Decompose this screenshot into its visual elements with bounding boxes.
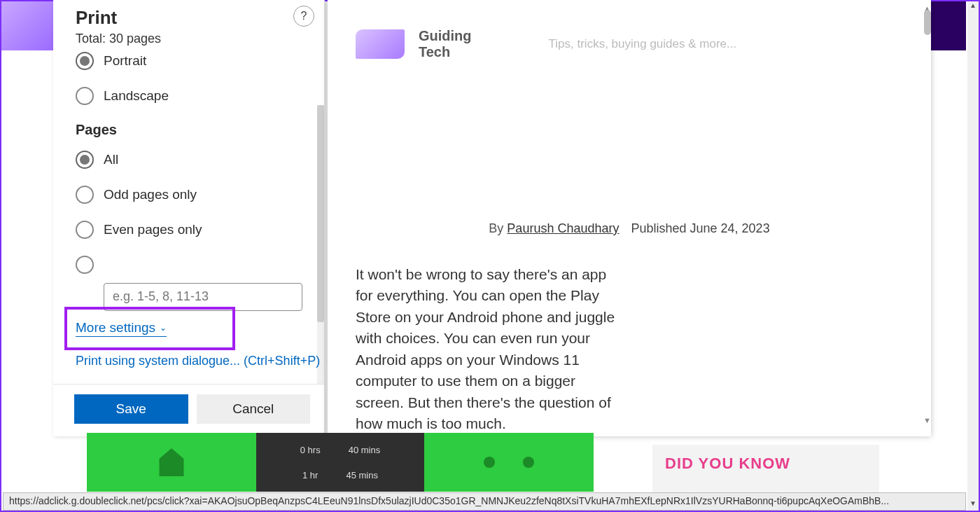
pages-odd-label: Odd pages only [104, 187, 197, 202]
print-preview: Guiding Tech Tips, tricks, buying guides… [328, 0, 931, 436]
background-image-banner: 0 hrs 40 mins 1 hr 45 mins [87, 433, 594, 492]
pages-even-option[interactable]: Even pages only [76, 221, 310, 239]
orientation-portrait-option[interactable]: Portrait [76, 52, 310, 70]
question-icon: ? [301, 10, 307, 22]
time-cell: 1 hr [302, 470, 318, 480]
published-date: Published June 24, 2023 [631, 221, 769, 235]
more-settings-link[interactable]: More settings ⌄ [76, 320, 167, 337]
options-scrollbar[interactable] [317, 105, 324, 384]
radio-unselected-icon [76, 186, 94, 204]
print-total-pages: Total: 30 pages [76, 32, 310, 46]
time-cell: 0 hrs [300, 445, 321, 455]
site-name: Guiding Tech [419, 28, 472, 60]
save-button[interactable]: Save [74, 394, 188, 424]
print-button-row: Save Cancel [53, 384, 324, 436]
site-name-line1: Guiding [419, 28, 472, 44]
window-scrollbar[interactable]: ▲ ▼ [967, 1, 979, 511]
page-header-gradient [1, 1, 54, 50]
radio-unselected-icon [76, 256, 94, 274]
pages-all-label: All [104, 152, 118, 167]
radio-unselected-icon [76, 221, 94, 239]
preview-site-header: Guiding Tech Tips, tricks, buying guides… [328, 0, 931, 60]
help-button[interactable]: ? [293, 6, 314, 27]
preview-scrollbar[interactable]: ▲ ▼ [924, 10, 931, 424]
by-label: By [489, 221, 507, 235]
pages-all-option[interactable]: All [76, 151, 310, 169]
site-name-line2: Tech [419, 44, 472, 60]
article-byline: By Paurush Chaudhary Published June 24, … [328, 221, 931, 236]
print-title: Print [76, 7, 310, 29]
print-header: Print Total: 30 pages ? [53, 0, 324, 49]
scroll-up-icon[interactable]: ▲ [967, 1, 979, 13]
did-you-know-title: DID YOU KNOW [665, 455, 867, 473]
time-cell: 40 mins [349, 445, 381, 455]
cancel-button[interactable]: Cancel [197, 394, 311, 424]
radio-selected-icon [80, 155, 90, 165]
radio-selected-icon [80, 56, 90, 66]
pages-custom-option[interactable] [76, 256, 310, 274]
scroll-down-icon[interactable]: ▼ [923, 416, 931, 424]
radio-unselected-icon [76, 87, 94, 105]
home-icon [154, 445, 189, 480]
scrollbar-thumb[interactable] [317, 105, 324, 322]
orientation-landscape-option[interactable]: Landscape [76, 87, 310, 105]
article-body: It won't be wrong to say there's an app … [328, 236, 622, 435]
scrollbar-thumb[interactable] [924, 10, 931, 35]
pages-odd-option[interactable]: Odd pages only [76, 186, 310, 204]
portrait-label: Portrait [104, 53, 146, 69]
author-link[interactable]: Paurush Chaudhary [507, 221, 619, 235]
site-logo-icon [356, 29, 405, 59]
print-dialog: Print Total: 30 pages ? Portrait Landsca… [53, 0, 325, 436]
browser-status-bar: https://adclick.g.doubleclick.net/pcs/cl… [3, 492, 966, 511]
android-icon [484, 457, 534, 468]
did-you-know-widget: DID YOU KNOW [652, 445, 879, 492]
pages-even-label: Even pages only [104, 222, 202, 237]
time-cell: 45 mins [346, 470, 378, 480]
chevron-down-icon: ⌄ [160, 323, 167, 333]
pages-section-header: Pages [76, 122, 310, 138]
landscape-label: Landscape [104, 88, 169, 104]
system-dialog-link[interactable]: Print using system dialogue... (Ctrl+Shi… [76, 354, 320, 368]
site-tagline: Tips, tricks, buying guides & more... [549, 37, 737, 51]
more-settings-highlight: More settings ⌄ [64, 307, 235, 350]
more-settings-label: More settings [76, 320, 155, 335]
scroll-down-icon[interactable]: ▼ [967, 499, 979, 511]
usage-time-panel: 0 hrs 40 mins 1 hr 45 mins [256, 433, 424, 492]
